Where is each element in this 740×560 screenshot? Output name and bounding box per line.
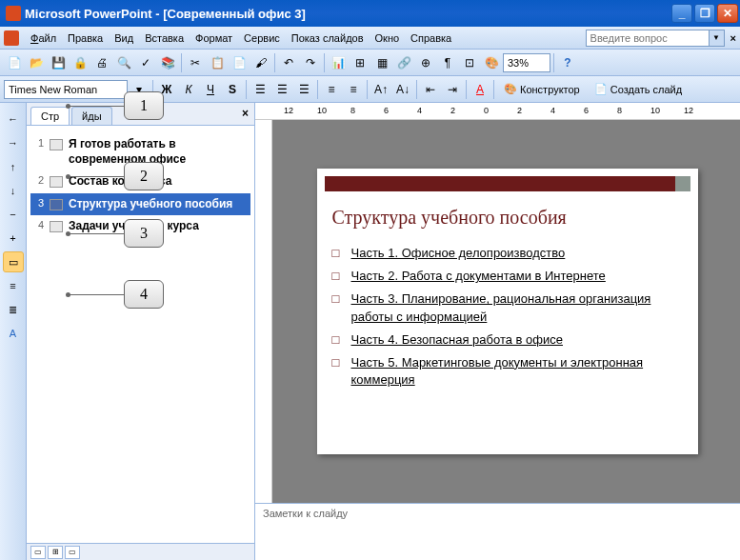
show-grid-button[interactable]: ⊡ [459,52,480,73]
align-right-button[interactable]: ☰ [293,79,314,100]
callout-2: 2 [124,162,164,190]
format-painter-button[interactable]: 🖌 [250,52,271,73]
normal-view-button[interactable]: ▭ [30,546,46,559]
promote-button[interactable]: ← [3,109,24,130]
new-slide-button[interactable]: 📄Создать слайд [588,79,689,100]
menu-edit[interactable]: Правка [62,30,109,46]
save-button[interactable]: 💾 [48,52,69,73]
menu-format[interactable]: Формат [190,30,238,46]
minimize-button[interactable]: _ [671,4,692,23]
redo-button[interactable]: ↷ [300,52,321,73]
preview-button[interactable]: 🔍 [113,52,134,73]
current-slide[interactable]: Структура учебного пособия Часть 1. Офис… [317,169,698,454]
designer-button[interactable]: 🎨Конструктор [497,79,587,100]
shadow-button[interactable]: S [222,79,243,100]
slideshow-view-button[interactable]: ▭ [65,546,80,559]
horizontal-ruler: 12 10 8 6 4 2 0 2 4 6 8 10 12 [255,103,740,120]
titlebar: Microsoft PowerPoint - [Современный офис… [0,0,740,27]
new-button[interactable]: 📄 [4,52,25,73]
move-up-button[interactable]: ↑ [3,156,24,177]
table-button[interactable]: ⊞ [350,52,370,73]
close-button[interactable]: ✕ [717,4,738,23]
color-button[interactable]: 🎨 [481,52,502,73]
collapse-button[interactable]: − [3,204,24,225]
numbering-button[interactable]: ≡ [321,79,342,100]
undo-button[interactable]: ↶ [278,52,299,73]
list-item[interactable]: Часть 3. Планирование, рациональная орга… [332,288,683,328]
notes-pane[interactable]: Заметки к слайду [255,503,740,560]
bullets-button[interactable]: ≡ [343,79,364,100]
cut-button[interactable]: ✂ [185,52,206,73]
menu-window[interactable]: Окно [370,30,406,46]
slide-body[interactable]: Часть 1. Офисное делопроизводство Часть … [332,242,683,391]
standard-toolbar: 📄 📂 💾 🔒 🖨 🔍 ✓ 📚 ✂ 📋 📄 🖌 ↶ ↷ 📊 ⊞ ▦ 🔗 ⊕ ¶ … [0,50,740,76]
demote-button[interactable]: → [3,132,24,153]
expand-button[interactable]: ⊕ [415,52,436,73]
collapse-all-button[interactable]: ≡ [3,275,24,296]
font-color-button[interactable]: A [470,79,490,100]
menu-view[interactable]: Вид [109,30,139,46]
list-item[interactable]: Часть 2. Работа с документами в Интернет… [332,265,683,288]
sorter-view-button[interactable]: ⊞ [48,546,63,559]
increase-indent-button[interactable]: ⇥ [442,79,463,100]
open-button[interactable]: 📂 [26,52,47,73]
slide-icon [50,176,63,188]
slide-editor: 12 10 8 6 4 2 0 2 4 6 8 10 12 Структура … [255,103,740,560]
permission-button[interactable]: 🔒 [70,52,90,73]
pane-close-button[interactable]: × [242,107,249,120]
font-combo[interactable]: Times New Roman [4,80,128,99]
menu-slideshow[interactable]: Показ слайдов [286,30,370,46]
align-left-button[interactable]: ☰ [250,79,270,100]
doc-name: [Современный офис 3] [163,7,306,21]
chart-button[interactable]: 📊 [328,52,349,73]
tables-borders-button[interactable]: ▦ [371,52,392,73]
menubar: ФФайлайл Правка Вид Вставка Формат Серви… [0,27,740,50]
menu-help[interactable]: Справка [405,30,457,46]
italic-button[interactable]: К [178,79,199,100]
doc-close-button[interactable]: × [730,32,736,44]
menu-file[interactable]: ФФайлайл [25,30,62,46]
menu-tools[interactable]: Сервис [238,30,286,46]
view-switcher: ▭ ⊞ ▭ [27,543,254,560]
summary-slide-button[interactable]: ▭ [3,251,24,272]
formatting-toolbar: Times New Roman ▾ Ж К Ч S ☰ ☰ ☰ ≡ ≡ A↑ A… [0,76,740,103]
callout-1: 1 [124,91,164,120]
callout-3: 3 [124,219,164,248]
paste-button[interactable]: 📄 [229,52,250,73]
expand-all-button[interactable]: ≣ [3,299,24,320]
decrease-indent-button[interactable]: ⇤ [420,79,441,100]
outline-item-selected[interactable]: 3 Структура учебного пособия [30,193,250,216]
copy-button[interactable]: 📋 [207,52,228,73]
slide-canvas[interactable]: Структура учебного пособия Часть 1. Офис… [255,120,740,503]
show-format-button[interactable]: A [3,323,24,344]
align-center-button[interactable]: ☰ [271,79,292,100]
decrease-font-button[interactable]: A↓ [392,79,413,100]
callout-4: 4 [124,280,164,309]
tab-slides[interactable]: йды [71,107,111,125]
underline-button[interactable]: Ч [200,79,221,100]
doc-icon [4,30,19,46]
hyperlink-button[interactable]: 🔗 [393,52,414,73]
maximize-button[interactable]: ❐ [694,4,715,23]
menu-insert[interactable]: Вставка [139,30,190,46]
help-search-input[interactable] [586,30,710,47]
slide-title[interactable]: Структура учебного пособия [332,207,683,229]
list-item[interactable]: Часть 5. Маркетинговые документы и элект… [332,351,683,391]
list-item[interactable]: Часть 4. Безопасная работа в офисе [332,329,683,351]
increase-font-button[interactable]: A↑ [370,79,391,100]
research-button[interactable]: 📚 [157,52,178,73]
spelling-button[interactable]: ✓ [135,52,156,73]
vertical-ruler [255,120,272,503]
help-dropdown-icon[interactable]: ▼ [710,30,725,47]
move-down-button[interactable]: ↓ [3,180,24,201]
list-item[interactable]: Часть 1. Офисное делопроизводство [332,242,683,265]
show-formatting-button[interactable]: ¶ [437,52,458,73]
side-toolbar: ← → ↑ ↓ − + ▭ ≡ ≣ A [0,103,27,560]
app-name: Microsoft PowerPoint [25,7,152,21]
slide-icon [50,221,63,232]
help-button[interactable]: ? [557,52,578,73]
zoom-combo[interactable]: 33% [503,53,550,72]
expand-button[interactable]: + [3,228,24,249]
tab-outline[interactable]: Стр [30,107,70,125]
print-button[interactable]: 🖨 [91,52,112,73]
